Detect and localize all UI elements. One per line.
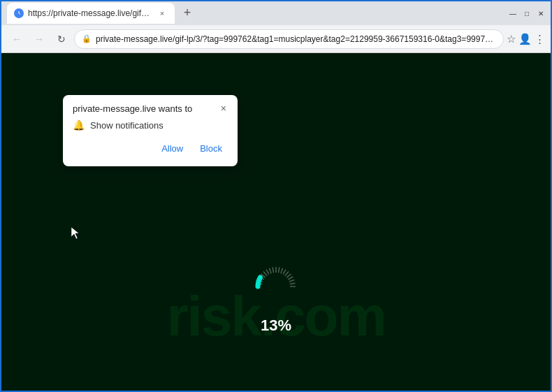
browser-toolbar: ← → ↻ 🔒 private-message.live/gif-lp/3/?t… (1, 25, 551, 53)
browser-frame: https://private-message.live/gif-l... × … (1, 1, 551, 391)
address-bar[interactable]: 🔒 private-message.live/gif-lp/3/?tag=999… (74, 29, 504, 49)
bell-icon: 🔔 (73, 119, 85, 131)
url-text: private-message.live/gif-lp/3/?tag=99976… (96, 34, 496, 44)
svg-line-11 (281, 268, 283, 274)
forward-button[interactable]: → (29, 29, 49, 49)
reload-button[interactable]: ↻ (52, 29, 71, 49)
svg-line-15 (288, 277, 293, 280)
svg-line-10 (278, 267, 279, 273)
popup-buttons: Allow Block (73, 140, 228, 157)
menu-icon[interactable]: ⋮ (535, 33, 545, 45)
svg-marker-19 (71, 227, 79, 239)
browser-tab[interactable]: https://private-message.live/gif-l... × (7, 3, 175, 24)
close-window-button[interactable]: ✕ (537, 9, 545, 17)
svg-line-8 (273, 267, 273, 273)
notification-popup: private-message.live wants to × 🔔 Show n… (63, 95, 238, 166)
mouse-cursor (71, 227, 78, 237)
allow-button[interactable]: Allow (156, 140, 189, 157)
back-button[interactable]: ← (7, 29, 27, 49)
minimize-button[interactable]: — (509, 9, 517, 17)
window-controls: — □ ✕ (509, 9, 545, 17)
svg-line-16 (289, 280, 295, 282)
popup-title: private-message.live wants to (73, 103, 192, 114)
loading-container: 13% (252, 262, 300, 335)
svg-line-7 (269, 268, 271, 274)
loading-percent: 13% (261, 317, 291, 335)
content-area: risk.com (1, 53, 551, 391)
svg-line-14 (286, 274, 291, 277)
lock-icon: 🔒 (82, 34, 92, 43)
maximize-button[interactable]: □ (523, 9, 531, 17)
loading-arc (252, 262, 300, 311)
popup-header: private-message.live wants to × (73, 103, 228, 114)
svg-line-5 (263, 272, 267, 276)
tab-favicon (14, 8, 24, 18)
tab-close-button[interactable]: × (157, 8, 168, 19)
block-button[interactable]: Block (194, 140, 228, 157)
popup-notification-text: Show notifications (90, 120, 164, 131)
svg-line-17 (290, 283, 296, 284)
title-bar: https://private-message.live/gif-l... × … (1, 1, 551, 25)
tab-title: https://private-message.live/gif-l... (28, 8, 152, 18)
svg-line-13 (285, 272, 289, 276)
popup-close-button[interactable]: × (219, 103, 228, 113)
new-tab-button[interactable]: + (177, 3, 197, 22)
svg-line-12 (283, 270, 286, 275)
profile-icon[interactable]: 👤 (518, 33, 532, 45)
bookmark-icon[interactable]: ☆ (507, 33, 516, 45)
svg-line-6 (266, 270, 269, 275)
popup-notification-row: 🔔 Show notifications (73, 119, 228, 131)
